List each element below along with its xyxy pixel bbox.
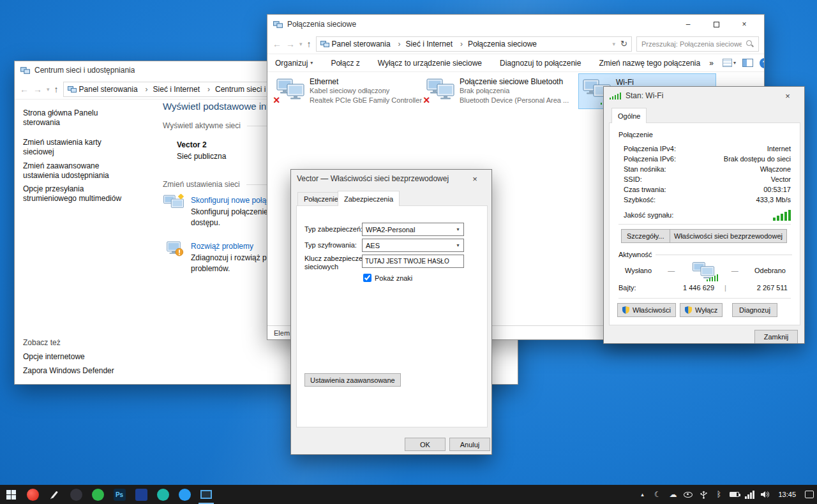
pinned-app-dark-circle-icon[interactable] xyxy=(65,485,87,504)
breadcrumb-item-control-panel[interactable]: Panel sterowania xyxy=(79,85,138,94)
breadcrumb[interactable]: Panel sterowaniaSieć i InternetPołączeni… xyxy=(316,36,632,52)
search-icon[interactable] xyxy=(746,40,754,48)
forward-icon[interactable]: → xyxy=(286,39,295,49)
sidebar-item-internet-options[interactable]: Opcje internetowe xyxy=(23,352,133,362)
bytes-received-value: 2 267 511 xyxy=(737,284,788,292)
rename-connection-button[interactable]: Zmień nazwę tego połączenia xyxy=(599,59,700,68)
preview-pane-icon[interactable] xyxy=(742,59,753,67)
start-button[interactable] xyxy=(0,485,22,504)
dialog-titlebar[interactable]: Vector — Właściwości sieci bezprzewodowe… xyxy=(291,170,491,188)
tab-general[interactable]: Ogólne xyxy=(611,108,647,123)
navigation-bar: ← → ▾ ↑ Panel sterowaniaSieć i InternetP… xyxy=(267,34,764,54)
volume-icon[interactable] xyxy=(757,485,772,504)
show-characters-checkbox[interactable]: Pokaż znaki xyxy=(363,274,412,282)
up-icon[interactable]: ↑ xyxy=(307,39,311,49)
details-button[interactable]: Szczegóły... xyxy=(621,229,670,243)
general-tab-page: Połączenie Połączenia IPv4:Internet Połą… xyxy=(609,122,800,325)
moon-icon[interactable]: ☾ xyxy=(650,485,665,504)
back-icon[interactable]: ← xyxy=(273,39,281,49)
sidebar-item-defender-firewall[interactable]: Zapora Windows Defender xyxy=(23,366,133,376)
search-box[interactable] xyxy=(636,36,759,52)
forward-icon[interactable]: → xyxy=(33,84,42,94)
breadcrumb-item-network-connections[interactable]: Połączenia sieciowe xyxy=(455,40,537,48)
see-also-heading: Zobacz też xyxy=(23,338,61,347)
action-center-icon[interactable] xyxy=(802,485,817,504)
file-explorer-icon[interactable] xyxy=(195,485,217,504)
cancel-button[interactable]: Anuluj xyxy=(449,438,490,451)
connection-name: Połączenie sieciowe Bluetooth xyxy=(460,77,569,86)
chevron-down-icon: ▾ xyxy=(733,60,736,66)
diagnose-connection-button[interactable]: Diagnozuj to połączenie xyxy=(500,59,581,68)
disable-device-button[interactable]: Wyłącz to urządzenie sieciowe xyxy=(378,59,482,68)
properties-button[interactable]: Właściwości xyxy=(617,303,676,317)
sidebar-item-media-streaming[interactable]: Opcje przesyłania strumieniowego multime… xyxy=(23,184,133,204)
recent-locations-chevron-icon[interactable]: ▾ xyxy=(299,41,303,47)
address-bar-icon xyxy=(320,40,329,48)
detail-row: Stan nośnika:Włączone xyxy=(624,164,791,174)
refresh-icon[interactable]: ↻ xyxy=(620,39,627,48)
diagnose-button[interactable]: Diagnozuj xyxy=(732,303,777,317)
pinned-app-pen-icon[interactable] xyxy=(43,485,65,504)
maximize-icon[interactable] xyxy=(702,15,730,34)
advanced-settings-button[interactable]: Ustawienia zaawansowane xyxy=(304,373,401,387)
window-titlebar[interactable]: Połączenia sieciowe – × xyxy=(267,15,764,34)
connection-item-ethernet[interactable]: × Ethernet Kabel sieciowy odłączony Real… xyxy=(276,77,422,105)
network-key-input[interactable] xyxy=(362,255,464,268)
connect-to-button[interactable]: Połącz z xyxy=(331,59,359,68)
close-icon[interactable]: × xyxy=(730,15,758,34)
sidebar-item-advanced-sharing[interactable]: Zmień zaawansowane ustawienia udostępnia… xyxy=(23,161,133,181)
eye-icon[interactable] xyxy=(680,485,696,504)
close-icon[interactable]: × xyxy=(777,87,798,105)
breadcrumb-item-network-internet[interactable]: Sieć i Internet xyxy=(140,85,200,94)
pinned-app-green-circle-icon[interactable] xyxy=(87,485,109,504)
checkbox-input[interactable] xyxy=(363,274,371,282)
pinned-app-red-circle-icon[interactable] xyxy=(22,485,43,504)
tab-security[interactable]: Zabezpieczenia xyxy=(338,191,400,206)
usb-icon[interactable] xyxy=(696,485,711,504)
control-panel-sidebar: Strona główna Panelu sterowania Zmień us… xyxy=(15,101,149,384)
search-input[interactable] xyxy=(641,40,742,48)
troubleshoot-link[interactable]: Rozwiąż problemy xyxy=(191,242,253,251)
breadcrumb-item-network-center[interactable]: Centrum sieci i xyxy=(202,85,266,94)
breadcrumb-item-network-internet[interactable]: Sieć i Internet xyxy=(393,40,453,48)
pinned-app-navy-square-icon[interactable] xyxy=(130,485,152,504)
disable-button[interactable]: Wyłącz xyxy=(680,303,723,317)
breadcrumb-item-control-panel[interactable]: Panel sterowania xyxy=(332,40,391,48)
up-icon[interactable]: ↑ xyxy=(54,84,59,94)
new-connection-icon xyxy=(163,194,184,212)
recent-locations-chevron-icon[interactable]: ▾ xyxy=(47,86,50,93)
taskbar-clock[interactable]: 13:45 xyxy=(772,491,802,498)
encryption-type-select[interactable]: AES ▾ xyxy=(362,239,464,252)
bluetooth-icon[interactable]: ᛒ xyxy=(711,485,726,504)
photoshop-icon[interactable]: Ps xyxy=(109,485,130,504)
sidebar-item-control-panel-home[interactable]: Strona główna Panelu sterowania xyxy=(23,108,133,128)
connection-item-bluetooth[interactable]: × Połączenie sieciowe Bluetooth Brak poł… xyxy=(426,77,569,105)
battery-icon[interactable] xyxy=(726,485,742,504)
connection-detail-rows: Połączenia IPv4:Internet Połączenia IPv6… xyxy=(624,144,791,205)
minimize-icon[interactable]: – xyxy=(674,15,702,34)
checkbox-label: Pokaż znaki xyxy=(375,274,412,282)
network-icon[interactable] xyxy=(742,485,757,504)
change-view-button[interactable]: ▾ xyxy=(723,59,736,67)
windows-logo-icon xyxy=(6,490,16,500)
hidden-icons-chevron-icon[interactable]: ▴ xyxy=(634,485,650,504)
address-bar-icon xyxy=(68,85,77,93)
signal-quality-row: Jakość sygnału: xyxy=(624,209,791,221)
wireless-properties-dialog: Vector — Właściwości sieci bezprzewodowe… xyxy=(290,169,492,455)
onedrive-cloud-icon[interactable]: ☁ xyxy=(665,485,680,504)
dialog-titlebar[interactable]: Stan: Wi-Fi × xyxy=(604,87,804,105)
address-dropdown-chevron-icon[interactable]: ▾ xyxy=(613,41,616,47)
back-icon[interactable]: ← xyxy=(20,84,29,94)
help-icon[interactable]: ? xyxy=(760,58,765,68)
pinned-app-blue-circle-icon[interactable] xyxy=(174,485,195,504)
close-icon[interactable]: × xyxy=(464,170,486,188)
close-button[interactable]: Zamknij xyxy=(754,330,798,344)
troubleshoot-icon xyxy=(163,240,184,258)
organize-menu-button[interactable]: Organizuj▾ xyxy=(275,59,313,68)
pinned-app-teal-circle-icon[interactable] xyxy=(152,485,174,504)
sidebar-item-adapter-settings[interactable]: Zmień ustawienia karty sieciowej xyxy=(23,138,133,157)
ok-button[interactable]: OK xyxy=(405,438,446,451)
security-type-select[interactable]: WPA2-Personal ▾ xyxy=(362,223,464,236)
toolbar-overflow-button[interactable]: » xyxy=(709,59,714,68)
wireless-properties-button[interactable]: Właściwości sieci bezprzewodowej xyxy=(670,229,787,243)
